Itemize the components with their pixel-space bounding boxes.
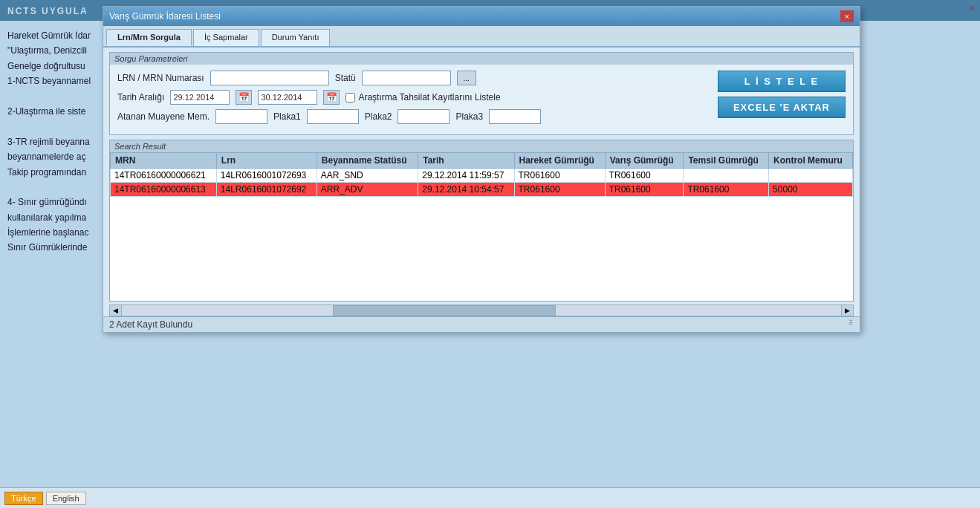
cell-beyanname: ARR_ADV — [317, 183, 418, 197]
plaka2-label: Plaka2 — [365, 111, 392, 122]
tab-durum-yaniti[interactable]: Durum Yanıtı — [261, 29, 331, 46]
col-kontrol: Kontrol Memuru — [769, 153, 853, 169]
col-mrn: MRN — [111, 153, 217, 169]
cell-varis: TR061600 — [605, 169, 684, 183]
cell-kontrol — [769, 169, 853, 183]
cell-mrn: 14TR06160000006613 — [111, 183, 217, 197]
result-section: Search Result MRN Lrn Beyanname Statüsü … — [109, 140, 854, 302]
statu-ellipsis-button[interactable]: ... — [457, 71, 476, 85]
modal-titlebar: Varış Gümrük İdaresi Listesi × — [103, 7, 860, 26]
lrn-label: LRN / MRN Numarası — [117, 73, 204, 83]
excele-button[interactable]: EXCELE 'E AKTAR — [718, 97, 846, 118]
status-bar: 2 Adet Kayıt Bulundu ⠿ — [103, 316, 860, 332]
cell-hareket: TR061600 — [514, 169, 605, 183]
table-row[interactable]: 14TR06160000006621 14LR0616001072693 AAR… — [111, 169, 853, 183]
listele-button[interactable]: L İ S T E L E — [718, 71, 846, 92]
scroll-thumb[interactable] — [333, 305, 556, 316]
tab-bar: Lrn/Mrn Sorgula İç Sapmalar Durum Yanıtı — [103, 26, 860, 48]
plaka1-label: Plaka1 — [273, 111, 301, 122]
tarih-start-input[interactable]: 29.12.2014 — [170, 90, 230, 105]
scroll-right-button[interactable]: ▶ — [841, 305, 853, 316]
action-buttons: L İ S T E L E EXCELE 'E AKTAR — [718, 71, 846, 118]
col-tarih: Tarih — [418, 153, 514, 169]
modal-close-button[interactable]: × — [840, 10, 854, 22]
cell-temsil — [684, 169, 769, 183]
table-row[interactable]: 14TR06160000006613 14LR0616001072692 ARR… — [111, 183, 853, 197]
cal-end-button[interactable]: 📅 — [323, 90, 340, 105]
arastirma-checkbox-row: Araştırma Tahsilat Kayıtlarını Listele — [345, 92, 500, 102]
cell-varis: TR061600 — [605, 183, 684, 197]
modal-title: Varış Gümrük İdaresi Listesi — [109, 11, 221, 22]
status-text: 2 Adet Kayıt Bulundu — [109, 319, 192, 330]
arastirma-checkbox[interactable] — [345, 93, 355, 102]
plaka3-label: Plaka3 — [455, 111, 483, 122]
sorgu-body: LRN / MRN Numarası Statü ... Tarih Aralı… — [110, 65, 853, 134]
arastirma-label: Araştırma Tahsilat Kayıtlarını Listele — [358, 92, 500, 102]
plaka1-input[interactable] — [307, 109, 359, 124]
plaka-row: Atanan Muayene Mem. Plaka1 Plaka2 Plaka3 — [117, 109, 712, 124]
col-hareket: Hareket Gümrüğü — [514, 153, 605, 169]
cell-tarih: 29.12.2014 11:59:57 — [418, 169, 514, 183]
tab-lrn-mrn[interactable]: Lrn/Mrn Sorgula — [106, 29, 192, 46]
col-varis: Varış Gümrüğü — [605, 153, 684, 169]
cell-kontrol: 50000 — [769, 183, 853, 197]
statu-input[interactable] — [362, 71, 451, 85]
result-scroll-area: MRN Lrn Beyanname Statüsü Tarih Hareket … — [110, 152, 853, 301]
modal-dialog: Varış Gümrük İdaresi Listesi × Lrn/Mrn S… — [103, 6, 860, 333]
cal-start-icon: 📅 — [238, 92, 250, 102]
resize-handle[interactable]: ⠿ — [848, 319, 854, 330]
language-bar: Türkçe English — [0, 487, 980, 508]
col-lrn: Lrn — [216, 153, 317, 169]
plaka3-input[interactable] — [489, 109, 541, 124]
cell-tarih: 29.12.2014 10:54:57 — [418, 183, 514, 197]
cell-mrn: 14TR06160000006621 — [111, 169, 217, 183]
app-close-button[interactable]: × — [970, 2, 976, 14]
result-table: MRN Lrn Beyanname Statüsü Tarih Hareket … — [110, 152, 853, 197]
tarih-label: Tarih Aralığı — [117, 92, 164, 102]
cal-end-icon: 📅 — [326, 92, 337, 102]
tarih-end-input[interactable]: 30.12.2014 — [258, 90, 317, 105]
sorgu-section-title: Sorgu Parametreleri — [110, 53, 853, 65]
tarih-row: Tarih Aralığı 29.12.2014 📅 30.12.2014 📅 … — [117, 90, 712, 105]
result-section-title: Search Result — [110, 140, 853, 152]
sorgu-section: Sorgu Parametreleri LRN / MRN Numarası S… — [109, 52, 854, 135]
statu-label: Statü — [335, 73, 356, 83]
horizontal-scrollbar[interactable]: ◀ ▶ — [109, 305, 854, 316]
col-beyanname: Beyanname Statüsü — [317, 153, 418, 169]
scroll-left-button[interactable]: ◀ — [110, 305, 122, 316]
cell-hareket: TR061600 — [514, 183, 605, 197]
result-table-body: 14TR06160000006621 14LR0616001072693 AAR… — [111, 169, 853, 197]
cell-lrn: 14LR0616001072693 — [216, 169, 317, 183]
lrn-input[interactable] — [210, 71, 329, 85]
cell-lrn: 14LR0616001072692 — [216, 183, 317, 197]
col-temsil: Temsil Gümrüğü — [684, 153, 769, 169]
lrn-row: LRN / MRN Numarası Statü ... — [117, 71, 712, 85]
tab-ic-sapmalar[interactable]: İç Sapmalar — [193, 29, 259, 46]
result-table-header: MRN Lrn Beyanname Statüsü Tarih Hareket … — [111, 153, 853, 169]
turkce-button[interactable]: Türkçe — [4, 492, 43, 505]
atanan-input[interactable] — [215, 109, 267, 124]
cell-beyanname: AAR_SND — [317, 169, 418, 183]
english-button[interactable]: English — [46, 492, 86, 505]
cell-temsil: TR061600 — [684, 183, 769, 197]
cal-start-button[interactable]: 📅 — [236, 90, 252, 105]
plaka2-input[interactable] — [397, 109, 450, 124]
atanan-label: Atanan Muayene Mem. — [117, 111, 210, 122]
